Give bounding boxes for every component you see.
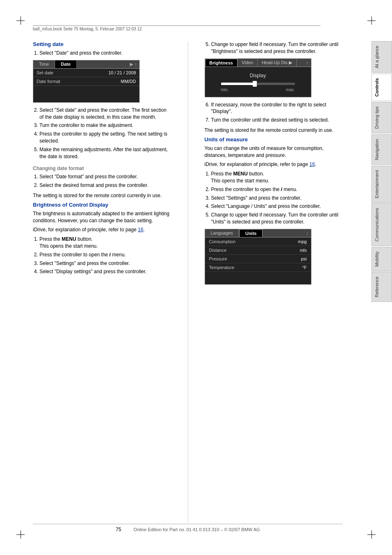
units-row-temperature: Temperature °F [205, 263, 311, 272]
units-row-distance: Distance mls [205, 246, 311, 255]
setting-date-steps-before: Select "Date" and press the controller. [39, 50, 171, 57]
step-item: Select "Date format" and press the contr… [39, 173, 171, 180]
units-panel: Languages Units ↕ Consumption mpg Distan… [205, 229, 311, 285]
units-page-link[interactable]: 16 [309, 161, 315, 167]
step-item: Press the MENU button.This opens the sta… [39, 236, 171, 250]
units-tab-arrow: ↕ [304, 229, 311, 237]
units-idrive-ref: iDrive, for explanation of principle, re… [205, 161, 343, 168]
units-label-temperature: Temperature [209, 265, 235, 270]
units-tab-languages[interactable]: Languages [205, 229, 239, 237]
units-label-distance: Distance [209, 248, 227, 253]
units-row-consumption: Consumption mpg [205, 237, 311, 246]
step-item: Change to upper field if necessary. Turn… [211, 212, 343, 226]
date-panel-header: Time Date ▶ ↕ [33, 60, 139, 69]
brightness-intro: The brightness is automatically adapted … [33, 210, 171, 224]
brightness-page-link[interactable]: 16 [138, 227, 143, 233]
brightness-section: Brightness of Control Display The bright… [33, 202, 171, 275]
units-heading: Units of measure [205, 136, 343, 143]
setting-date-section: Setting date Select "Date" and press the… [33, 41, 171, 160]
setting-date-steps-after: Select "Set date" and press the controll… [39, 107, 171, 160]
br-tab-headup[interactable]: Head-Up Dis ▶ [258, 59, 297, 67]
step-item: Change to upper field if necessary. Turn… [211, 41, 343, 55]
changing-date-format-steps: Select "Date format" and press the contr… [39, 173, 171, 189]
step-item: Make the remaining adjustments. After th… [39, 146, 171, 160]
brightness-min-label: min. [221, 88, 229, 92]
tab-mobility[interactable]: Mobility [371, 247, 392, 271]
tab-entertainment[interactable]: Entertainment [371, 166, 392, 203]
step-item: Turn the controller to make the adjustme… [39, 122, 171, 129]
step-item: Select "Display settings" and press the … [39, 268, 171, 275]
brightness-display-label: Display [213, 73, 303, 78]
corner-crosshair-tl [16, 16, 25, 25]
tab-date[interactable]: Date [55, 60, 77, 68]
units-panel-header: Languages Units ↕ [205, 229, 311, 237]
tab-reference[interactable]: Reference [371, 272, 392, 302]
changing-date-format-note: The setting is stored for the remote con… [33, 192, 171, 199]
panel-row-date-format: Date format MM/DD [33, 77, 139, 86]
panel-row-set-date: Set date 10 / 21 / 2008 [33, 69, 139, 77]
br-tab-arrow: ↕ [304, 59, 311, 66]
br-tab-brightness[interactable]: Brightness [205, 59, 238, 67]
panel-arrow: ▶ ↕ [127, 60, 139, 68]
file-info-bar: ba8_m5us.book Seite 75 Montag, 5. Februa… [33, 25, 321, 31]
brightness-right-steps-before: Change to upper field if necessary. Turn… [211, 41, 343, 55]
footer-text: Online Edition for Part no. 01 41 0 013 … [134, 527, 260, 532]
br-tab-video[interactable]: Video [238, 59, 258, 66]
step-item: Select "Settings" and press the controll… [211, 195, 343, 202]
tab-communications[interactable]: Communications [371, 203, 392, 246]
units-value-pressure: psi [301, 256, 307, 261]
step-item: Select "Set date" and press the controll… [39, 107, 171, 121]
left-column: Setting date Select "Date" and press the… [33, 41, 175, 522]
units-of-measure-section: Units of measure You can change the unit… [205, 136, 343, 285]
page-number: 75 [115, 527, 121, 532]
brightness-max-label: max. [286, 88, 295, 92]
changing-date-format-section: Changing date format Select "Date format… [33, 166, 171, 199]
row-value-date-format: MM/DD [121, 79, 136, 84]
brightness-panel-header: Brightness Video Head-Up Dis ▶ ↕ [205, 59, 311, 67]
brightness-slider[interactable] [221, 83, 295, 85]
right-column: Change to upper field if necessary. Turn… [201, 41, 343, 522]
brightness-heading: Brightness of Control Display [33, 202, 171, 208]
units-value-temperature: °F [302, 265, 307, 270]
brightness-slider-fill [221, 83, 254, 85]
tab-time[interactable]: Time [33, 60, 55, 68]
brightness-panel: Brightness Video Head-Up Dis ▶ ↕ Display… [205, 58, 311, 97]
step-item: Press the controller to apply the settin… [39, 131, 171, 145]
step-item: Select the desired format and press the … [39, 182, 171, 189]
tab-driving-tips[interactable]: Driving tips [371, 102, 392, 133]
step-item: If necessary, move the controller to the… [211, 101, 343, 115]
right-navigation-tabs: At a glance Controls Driving tips Naviga… [371, 41, 392, 303]
brightness-idrive-ref: iDrive, for explanation of principle, re… [33, 226, 171, 233]
changing-date-format-heading: Changing date format [33, 166, 171, 171]
row-label-date-format: Date format [37, 79, 60, 84]
brightness-right-steps-after: If necessary, move the controller to the… [211, 101, 343, 124]
units-label-consumption: Consumption [209, 239, 236, 244]
corner-crosshair-tr [367, 16, 376, 25]
units-label-pressure: Pressure [209, 256, 227, 261]
corner-crosshair-br [367, 530, 376, 539]
tab-controls[interactable]: Controls [371, 74, 392, 101]
tab-at-a-glance[interactable]: At a glance [371, 41, 392, 73]
units-row-pressure: Pressure psi [205, 255, 311, 263]
tab-navigation[interactable]: Navigation [371, 134, 392, 165]
corner-crosshair-bl [16, 530, 25, 539]
step-item: Press the controller to open the i menu. [39, 251, 171, 258]
column-divider [188, 41, 188, 522]
main-content: Setting date Select "Date" and press the… [33, 41, 343, 522]
file-info-text: ba8_m5us.book Seite 75 Montag, 5. Februa… [33, 27, 142, 31]
brightness-steps: Press the MENU button.This opens the sta… [39, 236, 171, 275]
units-steps: Press the MENU button.This opens the sta… [211, 170, 343, 226]
step-item: Select "Date" and press the controller. [39, 50, 171, 57]
step-item: Select "Language / Units" and press the … [211, 203, 343, 210]
step-item: Turn the controller until the desired se… [211, 117, 343, 124]
brightness-right-section: Change to upper field if necessary. Turn… [205, 41, 343, 134]
step-item: Press the MENU button.This opens the sta… [211, 170, 343, 184]
brightness-min-max: min. max. [221, 88, 295, 92]
step-item: Press the controller to open the i menu. [211, 186, 343, 193]
setting-date-heading: Setting date [33, 41, 171, 47]
units-tab-units[interactable]: Units [239, 229, 263, 237]
step-item: Select "Settings" and press the controll… [39, 260, 171, 267]
units-value-distance: mls [300, 248, 307, 253]
units-intro: You can change the units of measure for … [205, 145, 343, 159]
footer: 75 Online Edition for Part no. 01 41 0 0… [33, 524, 343, 532]
